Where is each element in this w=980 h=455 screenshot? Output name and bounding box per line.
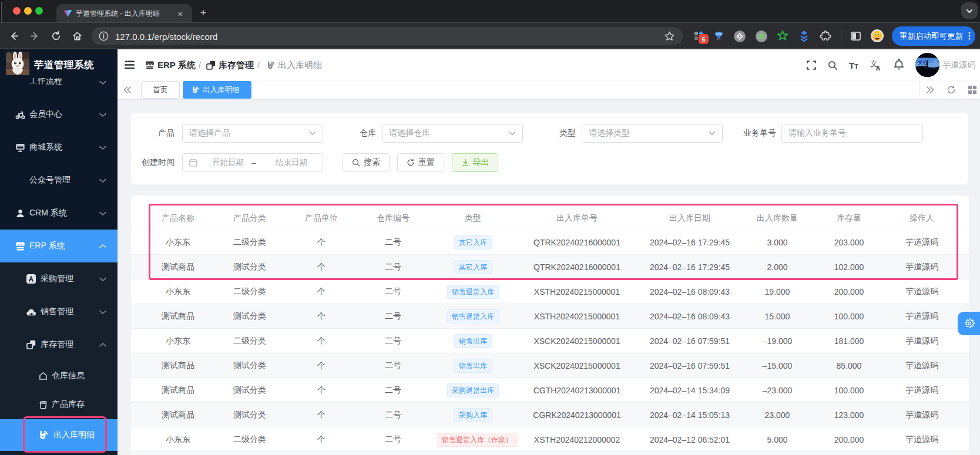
svg-text:一言: 一言 [928, 59, 938, 65]
svg-text:A: A [876, 65, 881, 71]
svg-text:文心: 文心 [918, 60, 928, 65]
